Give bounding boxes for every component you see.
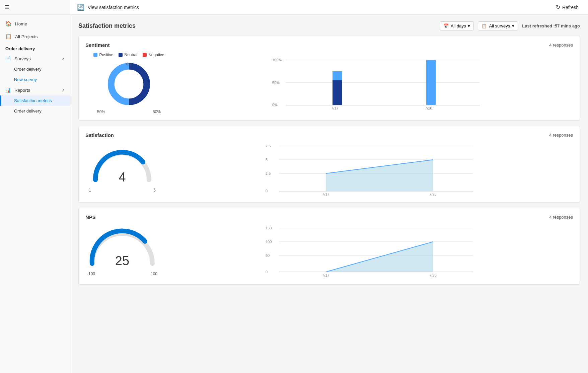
satisfaction-area [326, 160, 433, 191]
sentiment-legend: Positive Neutral Negative [93, 53, 164, 57]
svg-text:100: 100 [266, 240, 272, 244]
section-label-order-delivery: Order delivery [0, 43, 70, 53]
last-refreshed-text: Last refreshed :57 mins ago [522, 23, 580, 28]
donut-labels: 50% 50% [97, 109, 161, 114]
topbar-title: View satisfaction metrics [88, 5, 139, 10]
all-surveys-filter[interactable]: 📋 All surveys ▾ [478, 21, 518, 30]
satisfaction-responses: 4 responses [549, 133, 573, 138]
svg-text:0: 0 [266, 270, 268, 274]
sentiment-responses: 4 responses [549, 43, 573, 48]
reports-label: Reports [14, 88, 30, 93]
svg-text:7/17: 7/17 [322, 192, 329, 196]
svg-text:25: 25 [115, 254, 129, 268]
calendar-icon: 📅 [443, 23, 449, 28]
nps-responses: 4 responses [549, 215, 573, 220]
satisfaction-gauge-svg: 4 [89, 146, 156, 186]
satisfaction-card-body: 4 1 5 7.5 5 2.5 0 [85, 143, 573, 196]
satisfaction-line-svg: 7.5 5 2.5 0 7/17 [166, 143, 573, 196]
satisfaction-title: Satisfaction [85, 132, 114, 138]
projects-icon: 📋 [5, 33, 12, 40]
svg-text:7.5: 7.5 [266, 144, 271, 148]
sidebar-item-new-survey[interactable]: New survey [0, 74, 70, 85]
svg-text:7/20: 7/20 [429, 273, 436, 277]
topbar: 🔄 View satisfaction metrics ↻ Refresh [70, 0, 588, 15]
sidebar-item-order-delivery-survey[interactable]: Order delivery [0, 64, 70, 74]
sidebar-header: ☰ [0, 0, 70, 15]
nps-card-header: NPS 4 responses [85, 214, 573, 220]
sidebar-item-all-projects[interactable]: 📋 All Projects [0, 30, 70, 43]
nps-gauge: 25 -100 100 [85, 227, 159, 276]
nps-max-label: 100 [151, 272, 157, 276]
legend-neutral: Neutral [119, 53, 137, 57]
sentiment-card-body: Positive Neutral Negative [85, 53, 573, 114]
all-days-filter[interactable]: 📅 All days ▾ [440, 21, 474, 30]
svg-text:50: 50 [266, 253, 270, 257]
nps-card: NPS 4 responses 25 -100 10 [78, 208, 580, 285]
content-header: Satisfaction metrics 📅 All days ▾ 📋 All … [78, 21, 580, 30]
svg-point-3 [116, 71, 142, 97]
nps-gauge-svg: 25 [85, 227, 159, 270]
donut-right-label: 50% [153, 109, 161, 114]
survey-filter-icon: 📋 [482, 23, 487, 28]
sentiment-card: Sentiment 4 responses Positive Neutral [78, 36, 580, 121]
svg-text:50%: 50% [272, 81, 280, 85]
svg-text:150: 150 [266, 226, 272, 230]
svg-text:7/20: 7/20 [425, 106, 432, 110]
sentiment-title: Sentiment [85, 42, 110, 48]
svg-text:4: 4 [119, 170, 126, 184]
satisfaction-gauge: 4 1 5 [85, 146, 159, 193]
negative-label: Negative [148, 53, 164, 57]
legend-negative: Negative [143, 53, 164, 57]
hamburger-icon[interactable]: ☰ [5, 4, 9, 10]
donut-left-label: 50% [97, 109, 105, 114]
sidebar-item-order-delivery-report[interactable]: Order delivery [0, 106, 70, 116]
sidebar-item-satisfaction-metrics[interactable]: Satisfaction metrics [0, 95, 70, 106]
donut-chart: 0% [105, 61, 152, 107]
nps-line-chart: 150 100 50 0 7/17 [159, 225, 573, 278]
sidebar-item-all-projects-label: All Projects [15, 34, 38, 39]
home-icon: 🏠 [5, 21, 12, 27]
surveys-chevron-icon: ∧ [62, 57, 65, 61]
bar-720-positive [426, 60, 436, 105]
satisfaction-line-chart: 7.5 5 2.5 0 7/17 [159, 143, 573, 196]
svg-text:5: 5 [266, 158, 268, 162]
reports-chevron-icon: ∧ [62, 88, 65, 92]
satisfaction-card-header: Satisfaction 4 responses [85, 132, 573, 138]
svg-text:0: 0 [266, 189, 268, 193]
nps-card-body: 25 -100 100 150 100 50 0 [85, 225, 573, 278]
topbar-icon: 🔄 [77, 4, 84, 11]
sentiment-bar-chart: 100% 50% 0% [172, 57, 573, 110]
reports-section-header[interactable]: 📊 Reports ∧ [0, 85, 70, 95]
neutral-dot [119, 53, 123, 57]
svg-text:7/17: 7/17 [322, 273, 329, 277]
reports-icon: 📊 [5, 87, 11, 93]
sentiment-bar-svg: 100% 50% 0% [179, 57, 573, 110]
refresh-icon: ↻ [556, 4, 560, 10]
refresh-label: Refresh [562, 5, 579, 10]
main-content: 🔄 View satisfaction metrics ↻ Refresh Sa… [70, 0, 588, 373]
svg-text:0%: 0% [272, 103, 278, 107]
svg-text:7/17: 7/17 [331, 106, 338, 110]
sidebar-item-home[interactable]: 🏠 Home [0, 17, 70, 30]
sidebar: ☰ 🏠 Home 📋 All Projects Order delivery 📄… [0, 0, 70, 373]
positive-label: Positive [99, 53, 113, 57]
surveys-label: Surveys [14, 56, 31, 61]
positive-dot [93, 53, 97, 57]
bar-717-positive [333, 71, 342, 80]
sentiment-donut-container: Positive Neutral Negative [85, 53, 172, 114]
svg-text:7/20: 7/20 [429, 192, 436, 196]
sidebar-nav: 🏠 Home 📋 All Projects Order delivery 📄 S… [0, 15, 70, 119]
surveys-section-header[interactable]: 📄 Surveys ∧ [0, 53, 70, 64]
sentiment-card-header: Sentiment 4 responses [85, 42, 573, 48]
refresh-button[interactable]: ↻ Refresh [553, 3, 581, 12]
nps-min-label: -100 [87, 272, 95, 276]
satisfaction-card: Satisfaction 4 responses 4 1 [78, 126, 580, 203]
nps-title: NPS [85, 214, 96, 220]
days-chevron-icon: ▾ [468, 23, 470, 28]
bar-717-neutral [333, 80, 342, 105]
donut-svg [105, 61, 152, 107]
neutral-label: Neutral [124, 53, 137, 57]
satisfaction-max-label: 5 [153, 188, 156, 193]
sidebar-item-home-label: Home [15, 21, 27, 26]
nps-line-svg: 150 100 50 0 7/17 [166, 225, 573, 278]
